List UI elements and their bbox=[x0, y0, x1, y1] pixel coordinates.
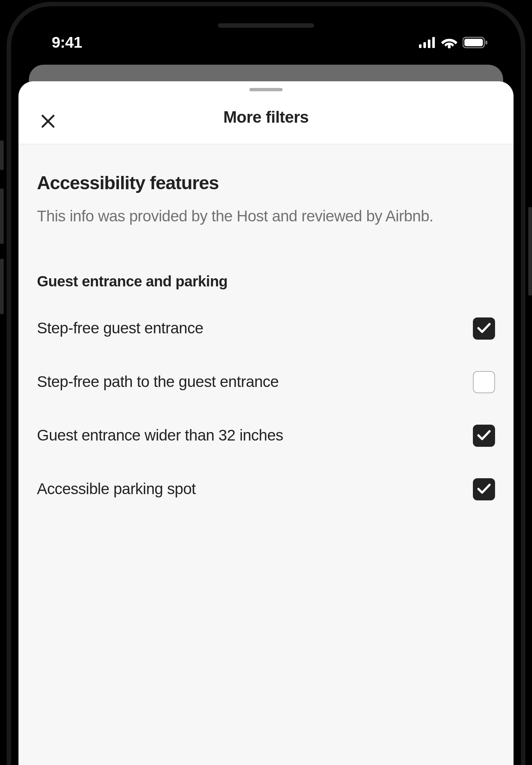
notch bbox=[218, 23, 314, 28]
wifi-icon bbox=[441, 37, 457, 48]
checkmark-icon bbox=[477, 429, 491, 442]
filter-option-label: Accessible parking spot bbox=[37, 479, 458, 500]
svg-rect-7 bbox=[485, 41, 487, 44]
filter-option-row: Guest entrance wider than 32 inches bbox=[37, 425, 495, 447]
section-subtitle: This info was provided by the Host and r… bbox=[37, 206, 495, 227]
cellular-signal-icon bbox=[419, 37, 436, 48]
subsection-title: Guest entrance and parking bbox=[37, 273, 495, 290]
filter-option-row: Accessible parking spot bbox=[37, 478, 495, 500]
battery-icon bbox=[463, 37, 488, 48]
filter-option-row: Step-free path to the guest entrance bbox=[37, 371, 495, 393]
phone-body: 9:41 bbox=[7, 2, 525, 765]
side-button bbox=[0, 140, 4, 170]
filter-option-label: Guest entrance wider than 32 inches bbox=[37, 425, 458, 446]
svg-rect-3 bbox=[432, 37, 435, 48]
filter-option-label: Step-free path to the guest entrance bbox=[37, 371, 458, 392]
screen: 9:41 bbox=[18, 13, 514, 765]
svg-rect-2 bbox=[428, 40, 430, 48]
section-title: Accessibility features bbox=[37, 172, 495, 194]
svg-rect-6 bbox=[464, 39, 483, 46]
filter-option-row: Step-free guest entrance bbox=[37, 317, 495, 340]
filters-sheet: More filters Accessibility features This… bbox=[18, 81, 514, 765]
close-button[interactable] bbox=[39, 113, 57, 131]
sheet-header: More filters bbox=[18, 81, 514, 144]
filter-option-label: Step-free guest entrance bbox=[37, 318, 458, 339]
svg-point-4 bbox=[448, 45, 451, 48]
status-icons bbox=[419, 37, 488, 48]
checkbox-entrance-wider-32[interactable] bbox=[473, 425, 495, 447]
sheet-title: More filters bbox=[223, 108, 308, 126]
checkbox-step-free-entrance[interactable] bbox=[473, 317, 495, 340]
status-time: 9:41 bbox=[52, 34, 82, 51]
side-button bbox=[0, 259, 4, 314]
side-button bbox=[0, 188, 4, 244]
svg-rect-1 bbox=[423, 42, 426, 48]
checkbox-step-free-path[interactable] bbox=[473, 371, 495, 393]
checkmark-icon bbox=[477, 483, 491, 496]
phone-frame: 9:41 bbox=[0, 0, 532, 765]
checkbox-accessible-parking[interactable] bbox=[473, 478, 495, 500]
side-button bbox=[528, 207, 532, 296]
checkmark-icon bbox=[477, 322, 491, 335]
close-icon bbox=[41, 114, 55, 130]
sheet-body[interactable]: Accessibility features This info was pro… bbox=[18, 144, 514, 765]
status-bar: 9:41 bbox=[18, 13, 514, 65]
svg-rect-0 bbox=[419, 44, 422, 48]
